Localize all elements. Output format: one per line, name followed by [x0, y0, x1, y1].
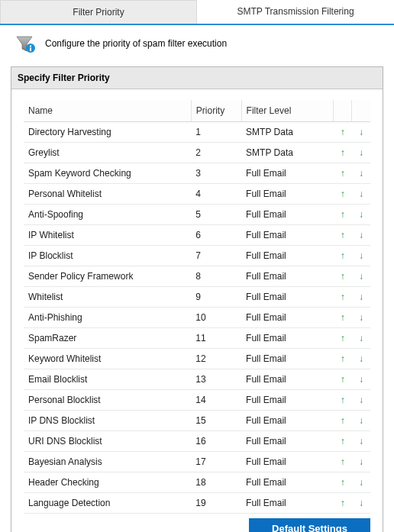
table-row[interactable]: IP Blocklist7Full Email↑↓ — [24, 246, 370, 266]
table-row[interactable]: IP DNS Blocklist15Full Email↑↓ — [24, 411, 370, 431]
move-down-button[interactable]: ↓ — [352, 143, 370, 163]
cell-priority: 17 — [191, 452, 241, 472]
cell-name: Anti-Spoofing — [24, 205, 191, 225]
arrow-down-icon: ↓ — [359, 251, 363, 260]
table-row[interactable]: Keyword Whitelist12Full Email↑↓ — [24, 349, 370, 369]
move-up-button[interactable]: ↑ — [334, 163, 352, 184]
table-row[interactable]: Personal Blocklist14Full Email↑↓ — [24, 390, 370, 411]
cell-level: Full Email — [241, 266, 334, 287]
cell-name: Keyword Whitelist — [24, 349, 191, 369]
table-row[interactable]: SpamRazer11Full Email↑↓ — [24, 328, 370, 349]
table-row[interactable]: Header Checking18Full Email↑↓ — [24, 472, 370, 493]
table-row[interactable]: Greylist2SMTP Data↑↓ — [24, 143, 370, 163]
move-up-button[interactable]: ↑ — [334, 369, 352, 390]
move-up-button[interactable]: ↑ — [334, 287, 352, 308]
move-up-button[interactable]: ↑ — [334, 225, 352, 246]
table-row[interactable]: Directory Harvesting1SMTP Data↑↓ — [24, 122, 370, 143]
move-down-button[interactable]: ↓ — [352, 452, 370, 472]
cell-priority: 6 — [191, 225, 241, 246]
table-row[interactable]: URI DNS Blocklist16Full Email↑↓ — [24, 431, 370, 452]
cell-priority: 12 — [191, 349, 241, 369]
move-down-button[interactable]: ↓ — [352, 493, 370, 514]
move-up-button[interactable]: ↑ — [334, 143, 352, 163]
move-up-button[interactable]: ↑ — [334, 266, 352, 287]
move-down-button[interactable]: ↓ — [352, 390, 370, 411]
table-row[interactable]: Language Detection19Full Email↑↓ — [24, 493, 370, 514]
col-header-priority[interactable]: Priority — [191, 100, 241, 122]
filter-priority-panel: Specify Filter Priority Name Priority Fi… — [11, 66, 383, 532]
arrow-up-icon: ↑ — [341, 292, 345, 301]
cell-priority: 19 — [191, 493, 241, 514]
move-up-button[interactable]: ↑ — [334, 411, 352, 431]
arrow-down-icon: ↓ — [359, 189, 363, 198]
table-row[interactable]: Spam Keyword Checking3Full Email↑↓ — [24, 163, 370, 184]
col-header-up — [334, 100, 352, 122]
cell-priority: 15 — [191, 411, 241, 431]
move-down-button[interactable]: ↓ — [352, 266, 370, 287]
arrow-up-icon: ↑ — [341, 437, 345, 446]
default-settings-button[interactable]: Default Settings — [249, 518, 370, 532]
arrow-up-icon: ↑ — [341, 498, 345, 508]
panel-footer: Default Settings — [24, 514, 370, 532]
table-row[interactable]: Sender Policy Framework8Full Email↑↓ — [24, 266, 370, 287]
move-up-button[interactable]: ↑ — [334, 328, 352, 349]
table-row[interactable]: IP Whitelist6Full Email↑↓ — [24, 225, 370, 246]
cell-name: Anti-Phishing — [24, 308, 191, 328]
arrow-down-icon: ↓ — [359, 437, 363, 446]
cell-name: Spam Keyword Checking — [24, 163, 191, 184]
move-up-button[interactable]: ↑ — [334, 246, 352, 266]
move-down-button[interactable]: ↓ — [352, 308, 370, 328]
cell-level: SMTP Data — [241, 122, 334, 143]
arrow-up-icon: ↑ — [341, 231, 345, 240]
move-up-button[interactable]: ↑ — [334, 472, 352, 493]
move-down-button[interactable]: ↓ — [352, 411, 370, 431]
tab-1[interactable]: SMTP Transmission Filtering — [197, 0, 394, 24]
cell-level: Full Email — [241, 349, 334, 369]
move-down-button[interactable]: ↓ — [352, 472, 370, 493]
description-text: Configure the priority of spam filter ex… — [45, 38, 227, 49]
cell-level: Full Email — [241, 246, 334, 266]
col-header-name[interactable]: Name — [24, 100, 191, 122]
move-down-button[interactable]: ↓ — [352, 431, 370, 452]
cell-name: Greylist — [24, 143, 191, 163]
cell-level: Full Email — [241, 493, 334, 514]
move-up-button[interactable]: ↑ — [334, 184, 352, 205]
arrow-up-icon: ↑ — [341, 313, 345, 322]
move-down-button[interactable]: ↓ — [352, 287, 370, 308]
cell-level: Full Email — [241, 163, 334, 184]
move-up-button[interactable]: ↑ — [334, 493, 352, 514]
arrow-down-icon: ↓ — [359, 313, 363, 322]
cell-name: Sender Policy Framework — [24, 266, 191, 287]
move-down-button[interactable]: ↓ — [352, 163, 370, 184]
move-down-button[interactable]: ↓ — [352, 328, 370, 349]
move-up-button[interactable]: ↑ — [334, 122, 352, 143]
table-row[interactable]: Email Blocklist13Full Email↑↓ — [24, 369, 370, 390]
move-down-button[interactable]: ↓ — [352, 225, 370, 246]
table-row[interactable]: Personal Whitelist4Full Email↑↓ — [24, 184, 370, 205]
cell-level: Full Email — [241, 328, 334, 349]
move-up-button[interactable]: ↑ — [334, 452, 352, 472]
move-up-button[interactable]: ↑ — [334, 205, 352, 225]
arrow-up-icon: ↑ — [341, 272, 345, 281]
table-row[interactable]: Anti-Spoofing5Full Email↑↓ — [24, 205, 370, 225]
move-down-button[interactable]: ↓ — [352, 369, 370, 390]
move-down-button[interactable]: ↓ — [352, 205, 370, 225]
table-row[interactable]: Anti-Phishing10Full Email↑↓ — [24, 308, 370, 328]
cell-name: IP Whitelist — [24, 225, 191, 246]
move-up-button[interactable]: ↑ — [334, 349, 352, 369]
move-up-button[interactable]: ↑ — [334, 390, 352, 411]
move-down-button[interactable]: ↓ — [352, 349, 370, 369]
cell-name: IP Blocklist — [24, 246, 191, 266]
col-header-level[interactable]: Filter Level — [241, 100, 334, 122]
table-row[interactable]: Whitelist9Full Email↑↓ — [24, 287, 370, 308]
move-down-button[interactable]: ↓ — [352, 246, 370, 266]
table-row[interactable]: Bayesian Analysis17Full Email↑↓ — [24, 452, 370, 472]
move-up-button[interactable]: ↑ — [334, 308, 352, 328]
move-down-button[interactable]: ↓ — [352, 122, 370, 143]
move-down-button[interactable]: ↓ — [352, 184, 370, 205]
cell-level: Full Email — [241, 225, 334, 246]
svg-rect-2 — [30, 48, 31, 52]
panel-title: Specify Filter Priority — [11, 67, 383, 89]
move-up-button[interactable]: ↑ — [334, 431, 352, 452]
tab-0[interactable]: Filter Priority — [0, 0, 197, 24]
